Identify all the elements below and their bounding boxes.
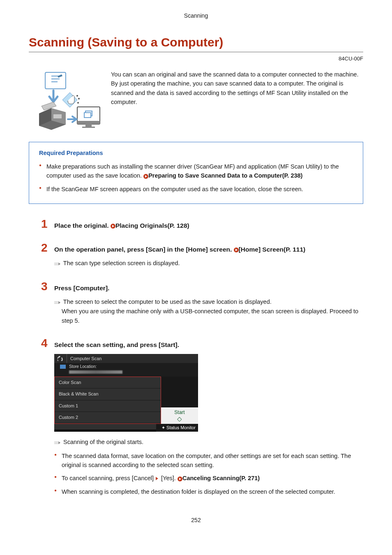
step-number: 4 [41, 338, 49, 349]
svg-rect-10 [84, 113, 91, 118]
device-screen-mock: Computer Scan Store Location: Color Scan… [54, 354, 198, 432]
step-result: Scanning of the original starts. [63, 439, 143, 445]
section-header: Scanning [29, 12, 363, 19]
required-preparations-box: Required Preparations Make preparations … [29, 142, 363, 204]
step-result-line: The screen to select the computer to be … [63, 298, 272, 305]
svg-point-2 [78, 98, 80, 99]
intro-illustration [29, 70, 103, 132]
step-result-line: When you are using the machine only with… [62, 307, 363, 325]
link-icon [178, 474, 182, 483]
gear-icon: ✦ [161, 425, 165, 430]
cross-reference-link[interactable]: Canceling Scanning(P. 271) [182, 475, 260, 481]
cross-reference-link[interactable]: Preparing to Save Scanned Data to a Comp… [148, 172, 302, 179]
link-icon [111, 222, 115, 229]
step-2: 2 On the operation panel, press [Scan] i… [41, 242, 363, 268]
svg-rect-4 [53, 114, 62, 118]
scrollbar-area[interactable] [54, 424, 156, 430]
start-button[interactable]: Start ◇ [161, 407, 198, 424]
step-title: Press [Computer]. [54, 284, 109, 292]
svg-point-1 [76, 95, 78, 97]
scan-option[interactable]: Black & White Scan [55, 388, 161, 400]
doc-id: 84CU-00F [29, 56, 363, 62]
note-item: The scanned data format, save location o… [54, 451, 363, 470]
page-number: 252 [29, 517, 363, 523]
step-4: 4 Select the scan setting, and press [St… [41, 338, 363, 496]
page-title: Scanning (Saving to a Computer) [29, 35, 363, 52]
step-3: 3 Press [Computer]. The screen to select… [41, 281, 363, 325]
blurred-text [69, 370, 122, 374]
svg-point-3 [77, 102, 79, 104]
link-icon [234, 246, 239, 253]
scan-option[interactable]: Custom 1 [55, 400, 161, 412]
step-title: Place the original. Placing Originals(P.… [54, 222, 189, 229]
step-number: 2 [41, 242, 49, 254]
scan-type-list: Color Scan Black & White Scan Custom 1 C… [54, 377, 161, 424]
step-1: 1 Place the original. Placing Originals(… [41, 218, 363, 230]
cross-reference-link[interactable]: Placing Originals(P. 128) [115, 222, 189, 229]
start-diamond-icon: ◇ [161, 415, 198, 423]
prep-text: If the ScanGear MF screen appears on the… [46, 186, 303, 192]
result-arrow-icon [54, 298, 62, 307]
step-title: On the operation panel, press [Scan] in … [54, 246, 305, 253]
panel-title: Computer Scan [67, 356, 101, 361]
svg-rect-6 [77, 121, 100, 124]
note-item: To cancel scanning, press [Cancel] [Yes]… [54, 474, 363, 483]
back-icon[interactable] [54, 354, 67, 363]
cross-reference-link[interactable]: [Home] Screen(P. 111) [239, 246, 306, 253]
store-location-row: Store Location: [54, 363, 198, 377]
step-number: 3 [41, 281, 49, 292]
scan-option[interactable]: Color Scan [55, 377, 161, 388]
svg-rect-8 [82, 127, 95, 128]
scan-option[interactable]: Custom 2 [55, 412, 161, 423]
prep-item: Make preparations such as installing the… [39, 162, 353, 180]
status-monitor-button[interactable]: ✦Status Monitor [156, 424, 198, 432]
triangle-icon [155, 474, 159, 483]
result-arrow-icon [54, 259, 62, 268]
step-number: 1 [41, 218, 49, 230]
step-title: Select the scan setting, and press [Star… [54, 341, 179, 349]
result-arrow-icon [54, 438, 62, 447]
required-preparations-title: Required Preparations [39, 150, 353, 156]
intro-text: You can scan an original and save the sc… [111, 70, 363, 132]
prep-item: If the ScanGear MF screen appears on the… [39, 185, 353, 194]
step-result: The scan type selection screen is displa… [63, 260, 180, 266]
link-icon [143, 171, 148, 180]
note-item: When scanning is completed, the destinat… [54, 487, 363, 496]
svg-rect-0 [45, 72, 66, 89]
svg-rect-7 [85, 124, 92, 127]
